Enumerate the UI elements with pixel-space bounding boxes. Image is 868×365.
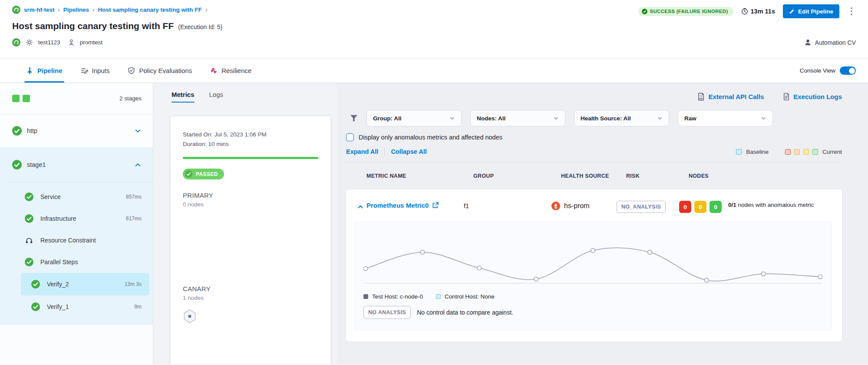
green-node-count: 0	[710, 201, 722, 213]
health-source: hs-prom	[551, 202, 617, 210]
test-host-swatch	[363, 294, 368, 299]
shield-check-icon	[128, 67, 135, 74]
sidebar-step-infrastructure[interactable]: Infrastructure 617ms	[0, 208, 153, 229]
breadcrumb-separator: ›	[205, 7, 207, 13]
breadcrumb-project[interactable]: srm-hf-test	[24, 7, 55, 13]
pencil-icon	[789, 9, 795, 14]
data-type-dropdown[interactable]: Raw	[678, 110, 773, 126]
data-point-marker	[761, 272, 766, 276]
col-nodes: NODES	[689, 173, 842, 179]
sidebar-step-verify-1[interactable]: Verify_1 9m	[21, 295, 149, 318]
edit-pipeline-button[interactable]: Edit Pipeline	[783, 4, 839, 18]
collapse-all-link[interactable]: Collapse All	[391, 148, 426, 155]
status-badge: SUCCESS (FAILURE IGNORED)	[638, 7, 733, 16]
tab-pipeline[interactable]: Pipeline	[26, 59, 63, 83]
nodes-filter-dropdown[interactable]: Nodes: All	[470, 110, 565, 126]
sidebar-step-parallel-steps[interactable]: Parallel Steps	[0, 251, 153, 273]
metric-line-chart	[363, 229, 822, 291]
sidebar-stage-http[interactable]: http	[0, 114, 153, 147]
primary-label: PRIMARY	[183, 192, 318, 199]
canary-node-icon[interactable]	[183, 309, 318, 324]
metric-chart-card: Test Host: c-node-0 Control Host: None N…	[354, 222, 832, 330]
harness-logo-icon	[12, 6, 20, 14]
filter-funnel-icon	[350, 115, 358, 122]
col-health-source: HEALTH SOURCE	[561, 173, 626, 179]
success-check-icon	[12, 160, 22, 169]
breadcrumb: srm-hf-test › Pipelines › Host sampling …	[12, 4, 207, 15]
execution-id: (Execution Id: 5)	[178, 23, 222, 30]
console-view-toggle[interactable]	[840, 66, 856, 75]
service-name: test1123	[38, 39, 60, 46]
breadcrumb-separator: ›	[92, 7, 94, 13]
data-point-marker	[477, 266, 482, 270]
col-risk: RISK	[626, 173, 689, 179]
inputs-icon	[81, 67, 88, 74]
no-analysis-message: No control data to compare against.	[417, 309, 513, 316]
collapse-row-chevron-icon[interactable]	[357, 203, 364, 210]
sidebar-step-resource-constraint[interactable]: Resource Constraint	[0, 229, 153, 251]
data-point-marker	[818, 275, 822, 279]
tab-metrics[interactable]: Metrics	[172, 91, 195, 103]
chevron-down-icon	[134, 127, 142, 135]
success-check-icon	[31, 302, 40, 311]
node-risk-counts: 0 0 0 0/1 nodes with anomalous metric	[679, 201, 842, 213]
pipeline-execution-page: srm-hf-test › Pipelines › Host sampling …	[0, 0, 868, 365]
execution-stage-sidebar: 2 stages http stage1 Service	[0, 83, 153, 365]
success-check-icon	[31, 280, 40, 289]
data-point-marker	[534, 277, 538, 282]
sidebar-stage-stage1[interactable]: stage1	[0, 147, 153, 182]
data-point-marker	[647, 250, 652, 255]
tab-resilience[interactable]: Resilience	[210, 59, 251, 83]
chevron-up-icon	[134, 161, 142, 169]
canary-label: CANARY	[183, 285, 318, 292]
clock-icon	[741, 8, 748, 15]
console-view-label: Console View	[800, 67, 835, 74]
log-document-icon	[783, 93, 790, 101]
more-options-menu-icon[interactable]	[847, 5, 856, 18]
no-analysis-badge: NO ANALYSIS	[363, 306, 411, 319]
control-host-legend: Control Host: None	[436, 293, 495, 300]
external-api-calls-link[interactable]: API External API Calls	[697, 93, 764, 101]
svg-text:API: API	[699, 97, 703, 100]
group-filter-dropdown[interactable]: Group: All	[366, 110, 462, 126]
expand-all-link[interactable]: Expand All	[346, 148, 378, 155]
chevron-down-icon	[657, 116, 663, 121]
started-on: Started On: Jul 5, 2023 1:06 PM	[183, 131, 318, 138]
passed-badge: PASSED	[183, 169, 224, 179]
breadcrumb-pipeline-name[interactable]: Host sampling canary testing with FF	[98, 7, 201, 13]
anomalous-only-checkbox[interactable]	[346, 133, 354, 141]
metrics-table-header: METRIC NAME GROUP HEALTH SOURCE RISK NOD…	[346, 163, 842, 189]
step-duration: 857ms	[126, 194, 142, 200]
tab-inputs[interactable]: Inputs	[81, 59, 110, 83]
health-source-filter-dropdown[interactable]: Health Source: All	[574, 110, 669, 126]
sidebar-step-service[interactable]: Service 857ms	[0, 186, 153, 208]
step-duration: 9m	[134, 304, 142, 310]
anomalous-only-label: Display only anomalous metrics and affec…	[359, 134, 502, 141]
metric-row: Prometheus Metric0 f1 hs-prom NO_ANALYSI…	[346, 189, 842, 342]
chevron-down-icon	[553, 116, 559, 121]
data-point-marker	[591, 249, 595, 253]
tab-policy-evaluations[interactable]: Policy Evaluations	[128, 59, 192, 83]
verification-summary-card: Started On: Jul 5, 2023 1:06 PM Duration…	[171, 116, 330, 365]
nodes-summary: 0/1 nodes with anomalous metric	[728, 201, 815, 209]
canary-node-count: 1 nodes	[183, 295, 318, 301]
yellow-node-count: 0	[694, 201, 706, 213]
metric-name-link[interactable]: Prometheus Metric0	[366, 202, 464, 209]
metrics-analysis-panel: API External API Calls Execution Logs Gr…	[337, 83, 868, 365]
divider	[384, 148, 385, 156]
breadcrumb-separator: ›	[58, 7, 60, 13]
red-node-count: 0	[679, 201, 691, 213]
sidebar-empty-area	[0, 324, 153, 365]
page-header: srm-hf-test › Pipelines › Host sampling …	[0, 0, 868, 58]
check-icon	[185, 170, 192, 178]
execution-logs-link[interactable]: Execution Logs	[783, 93, 842, 101]
step-details-panel: Metrics Logs Started On: Jul 5, 2023 1:0…	[153, 83, 337, 365]
data-point-marker	[363, 266, 368, 271]
data-point-marker	[704, 278, 709, 282]
success-check-icon	[25, 192, 33, 201]
current-yellow-swatch	[803, 149, 809, 155]
breadcrumb-pipelines[interactable]: Pipelines	[63, 7, 89, 13]
tab-logs[interactable]: Logs	[209, 91, 224, 103]
stages-summary: 2 stages	[0, 83, 153, 114]
sidebar-step-verify-2[interactable]: Verify_2 13m 3s	[21, 273, 149, 295]
